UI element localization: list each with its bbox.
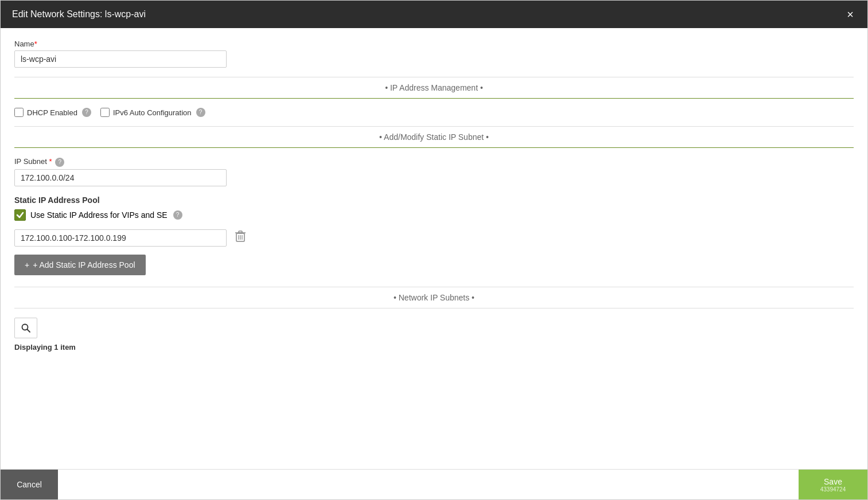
dhcp-checkbox-item: DHCP Enabled ? [14, 108, 91, 117]
cancel-button[interactable]: Cancel [1, 470, 58, 499]
modal-footer: Cancel Save 43394724 [1, 469, 867, 499]
ip-management-header: • IP Address Management • [14, 77, 854, 99]
modal-body: Name* • IP Address Management • DHCP Ena… [1, 28, 867, 469]
static-pool-section: Static IP Address Pool Use Static IP Add… [14, 196, 854, 275]
static-subnet-section: • Add/Modify Static IP Subnet • IP Subne… [14, 126, 854, 275]
name-group: Name* [14, 40, 854, 68]
modal-container: Edit Network Settings: ls-wcp-avi × Name… [0, 0, 868, 500]
checkmark-icon [16, 211, 24, 219]
use-static-help-icon[interactable]: ? [173, 210, 182, 220]
search-icon [21, 323, 30, 333]
pool-label: Static IP Address Pool [14, 196, 854, 205]
use-static-checkbox[interactable] [14, 209, 26, 221]
name-label: Name* [14, 40, 854, 48]
ip-subnet-help-icon[interactable]: ? [55, 158, 64, 167]
name-input[interactable] [14, 50, 227, 68]
displaying-count: Displaying 1 item [14, 343, 854, 351]
svg-line-7 [28, 330, 30, 333]
ipv6-checkbox[interactable] [100, 108, 110, 117]
dhcp-help-icon[interactable]: ? [82, 108, 91, 117]
modal-header: Edit Network Settings: ls-wcp-avi × [1, 1, 867, 28]
search-button[interactable] [14, 318, 37, 338]
add-pool-label: + Add Static IP Address Pool [33, 260, 135, 269]
save-button[interactable]: Save 43394724 [799, 470, 867, 499]
network-subnets-header: • Network IP Subnets • [14, 287, 854, 308]
pool-ip-input[interactable] [14, 229, 227, 247]
save-sub: 43394724 [820, 486, 846, 493]
ip-management-checkboxes: DHCP Enabled ? IPv6 Auto Configuration ? [14, 108, 854, 117]
use-static-row: Use Static IP Address for VIPs and SE ? [14, 209, 854, 221]
static-subnet-header: • Add/Modify Static IP Subnet • [14, 126, 854, 148]
add-pool-icon: + [25, 260, 29, 269]
dhcp-label[interactable]: DHCP Enabled [27, 108, 77, 117]
use-static-label: Use Static IP Address for VIPs and SE [30, 210, 168, 220]
add-pool-button[interactable]: + + Add Static IP Address Pool [14, 255, 146, 275]
ipv6-help-icon[interactable]: ? [196, 108, 205, 117]
close-button[interactable]: × [844, 9, 856, 20]
network-subnets-section: • Network IP Subnets • Displaying 1 item [14, 287, 854, 351]
ipv6-checkbox-item: IPv6 Auto Configuration ? [100, 108, 205, 117]
trash-icon [235, 230, 246, 243]
ipv6-label[interactable]: IPv6 Auto Configuration [113, 108, 192, 117]
modal-title: Edit Network Settings: ls-wcp-avi [12, 9, 146, 19]
pool-ip-row [14, 228, 854, 248]
ip-subnet-input[interactable] [14, 169, 227, 186]
delete-pool-button[interactable] [232, 228, 248, 248]
ip-subnet-label: IP Subnet * ? [14, 157, 854, 167]
svg-rect-2 [239, 231, 242, 233]
dhcp-checkbox[interactable] [14, 108, 24, 117]
save-label: Save [824, 477, 842, 486]
ip-subnet-group: IP Subnet * ? [14, 157, 854, 186]
